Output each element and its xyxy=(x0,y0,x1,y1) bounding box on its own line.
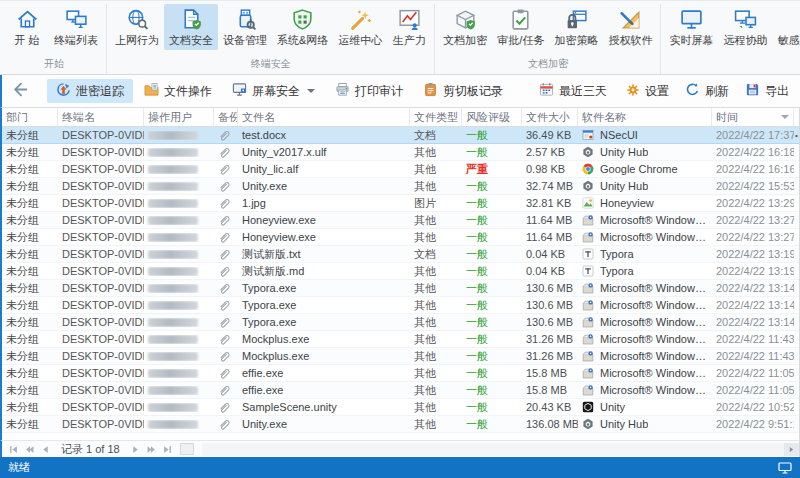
ribbon-item-encrypt-policy[interactable]: 加密策略 xyxy=(549,4,603,50)
backup-attachment-icon[interactable] xyxy=(214,265,238,278)
table-row[interactable]: 未分组 DESKTOP-0VIDMDJ effie.exe 其他 一般 15.8… xyxy=(2,382,799,399)
ribbon-item-doc-security[interactable]: 文档安全 xyxy=(164,4,218,50)
table-row[interactable]: 未分组 DESKTOP-0VIDMDJ 测试新版.md 其他 一般 0.04 K… xyxy=(2,263,799,280)
col-header-terminal[interactable]: 终端名 xyxy=(58,108,144,126)
col-header-file[interactable]: 文件名 xyxy=(238,108,410,126)
backup-attachment-icon[interactable] xyxy=(214,231,238,244)
pager-first-button[interactable] xyxy=(5,443,21,456)
table-row[interactable]: 未分组 DESKTOP-0VIDMDJ SampleScene.unity 其他… xyxy=(2,399,799,416)
ribbon-item-productivity[interactable]: 生产力 xyxy=(387,4,431,50)
ribbon-item-ops-center[interactable]: 运维中心 xyxy=(333,4,387,50)
table-row[interactable]: 未分组 DESKTOP-0VIDMDJ Mockplus.exe 其他 一般 3… xyxy=(2,348,799,365)
cell-department: 未分组 xyxy=(2,213,58,228)
ribbon-item-sensitive-scan[interactable]: 敏感内容扫描 xyxy=(772,4,800,50)
ribbon-item-licensed-software[interactable]: 授权软件 xyxy=(603,4,657,50)
file-ops-button[interactable]: 文件操作 xyxy=(135,79,221,103)
col-header-app[interactable]: 软件名称 xyxy=(578,108,712,126)
backup-attachment-icon[interactable] xyxy=(214,146,238,159)
system-network-icon xyxy=(290,7,315,32)
ribbon-item-terminal-list[interactable]: 终端列表 xyxy=(49,4,103,50)
table-row[interactable]: 未分组 DESKTOP-0VIDMDJ effie.exe 其他 一般 15.8… xyxy=(2,365,799,382)
table-row[interactable]: 未分组 DESKTOP-0VIDMDJ Honeyview.exe 其他 一般 … xyxy=(2,229,799,246)
pager-next-button[interactable] xyxy=(128,443,144,456)
backup-attachment-icon[interactable] xyxy=(214,401,238,414)
table-row[interactable]: 未分组 DESKTOP-0VIDMDJ 测试新版.txt 文档 一般 0.04 … xyxy=(2,246,799,263)
pager-prev-page-button[interactable] xyxy=(21,443,37,456)
pager-last-button[interactable] xyxy=(160,443,176,456)
cell-file-type: 其他 xyxy=(410,349,462,364)
table-row[interactable]: 未分组 DESKTOP-0VIDMDJ Unity_lic.alf 其他 严重 … xyxy=(2,161,799,178)
table-row[interactable]: 未分组 DESKTOP-0VIDMDJ Mockplus.exe 其他 一般 3… xyxy=(2,331,799,348)
backup-attachment-icon[interactable] xyxy=(214,180,238,193)
table-row[interactable]: 未分组 DESKTOP-0VIDMDJ Typora.exe 其他 一般 130… xyxy=(2,314,799,331)
cell-risk-rating: 严重 xyxy=(462,162,522,177)
backup-attachment-icon[interactable] xyxy=(214,282,238,295)
table-row[interactable]: 未分组 DESKTOP-0VIDMDJ test.docx 文档 一般 36.4… xyxy=(2,127,799,144)
redacted-user xyxy=(148,199,198,208)
backup-attachment-icon[interactable] xyxy=(214,316,238,329)
table-row[interactable]: 未分组 DESKTOP-0VIDMDJ Unity.exe 其他 一般 32.7… xyxy=(2,178,799,195)
col-header-more[interactable] xyxy=(794,108,800,126)
ribbon-item-device-mgmt[interactable]: 设备管理 xyxy=(218,4,272,50)
table-row[interactable]: 未分组 DESKTOP-0VIDMDJ Typora.exe 其他 一般 130… xyxy=(2,280,799,297)
clipboard-record-button[interactable]: 剪切板记录 xyxy=(414,79,512,103)
backup-attachment-icon[interactable] xyxy=(214,197,238,210)
cell-department: 未分组 xyxy=(2,128,58,143)
ribbon-item-remote-assist[interactable]: 远程协助 xyxy=(718,4,772,50)
backup-attachment-icon[interactable] xyxy=(214,350,238,363)
scroll-right-arrow[interactable] xyxy=(784,443,799,456)
col-header-dept[interactable]: 部门 xyxy=(2,108,58,126)
backup-attachment-icon[interactable] xyxy=(214,299,238,312)
refresh-button[interactable]: 刷新 xyxy=(679,79,735,103)
backup-attachment-icon[interactable] xyxy=(214,384,238,397)
col-header-backup[interactable]: 备份 xyxy=(214,108,238,126)
horizontal-scrollbar[interactable] xyxy=(202,443,799,456)
ribbon-item-doc-encrypt[interactable]: 文档加密 xyxy=(438,4,492,50)
cell-time: 2022/4/22 13:14:06 xyxy=(712,316,794,328)
cell-risk-rating: 一般 xyxy=(462,179,522,194)
cell-department: 未分组 xyxy=(2,383,58,398)
col-header-user[interactable]: 操作用户 xyxy=(144,108,214,126)
export-button[interactable]: 导出 xyxy=(739,79,795,103)
col-header-time[interactable]: 时间 xyxy=(712,108,794,126)
settings-button[interactable]: 设置 xyxy=(620,79,675,103)
backup-attachment-icon[interactable] xyxy=(214,418,238,431)
cell-software-name: Microsoft® Windows® Oper... xyxy=(578,333,712,345)
table-row[interactable]: 未分组 DESKTOP-0VIDMDJ Unity.exe 其他 一般 136.… xyxy=(2,416,799,433)
filter-caret-icon[interactable] xyxy=(781,115,789,119)
ribbon-item-web-behavior[interactable]: 上网行为 xyxy=(110,4,164,50)
date-filter-button[interactable]: 最近三天 xyxy=(530,79,616,103)
col-header-type[interactable]: 文件类型 xyxy=(410,108,462,126)
backup-attachment-icon[interactable] xyxy=(214,129,238,142)
backup-attachment-icon[interactable] xyxy=(214,214,238,227)
leak-trace-button[interactable]: 泄密追踪 xyxy=(47,79,133,103)
ribbon-item-realtime-screen[interactable]: 实时屏幕 xyxy=(664,4,718,50)
backup-attachment-icon[interactable] xyxy=(214,163,238,176)
ribbon-item-approval-task[interactable]: 审批/任务 xyxy=(492,4,549,50)
cell-risk-rating: 一般 xyxy=(462,400,522,415)
table-row[interactable]: 未分组 DESKTOP-0VIDMDJ Typora.exe 其他 一般 130… xyxy=(2,297,799,314)
backup-attachment-icon[interactable] xyxy=(214,333,238,346)
table-row[interactable]: 未分组 DESKTOP-0VIDMDJ Honeyview.exe 其他 一般 … xyxy=(2,212,799,229)
back-button[interactable] xyxy=(12,79,29,103)
col-header-risk[interactable]: 风险评级 xyxy=(462,108,522,126)
cell-terminal-name: DESKTOP-0VIDMDJ xyxy=(58,316,144,328)
table-row[interactable]: 未分组 DESKTOP-0VIDMDJ Unity_v2017.x.ulf 其他… xyxy=(2,144,799,161)
row-more-button[interactable]: ••• xyxy=(794,131,799,140)
cell-risk-rating: 一般 xyxy=(462,264,522,279)
pager-next-page-button[interactable] xyxy=(144,443,160,456)
backup-attachment-icon[interactable] xyxy=(214,367,238,380)
pager-extra-button[interactable] xyxy=(180,443,194,455)
backup-attachment-icon[interactable] xyxy=(214,248,238,261)
cell-department: 未分组 xyxy=(2,247,58,262)
redacted-user xyxy=(148,182,198,191)
table-row[interactable]: 未分组 DESKTOP-0VIDMDJ 1.jpg 图片 一般 32.81 KB… xyxy=(2,195,799,212)
ribbon-item-home[interactable]: 开 始 xyxy=(5,4,49,50)
print-audit-button[interactable]: 打印审计 xyxy=(326,79,412,103)
cell-department: 未分组 xyxy=(2,179,58,194)
pager-prev-button[interactable] xyxy=(37,443,53,456)
col-header-size[interactable]: 文件大小 xyxy=(522,108,578,126)
screen-security-button[interactable]: 屏幕安全 xyxy=(223,79,324,103)
ribbon-item-system-network[interactable]: 系统&网络 xyxy=(272,4,333,50)
status-monitor-icon[interactable] xyxy=(778,462,792,474)
